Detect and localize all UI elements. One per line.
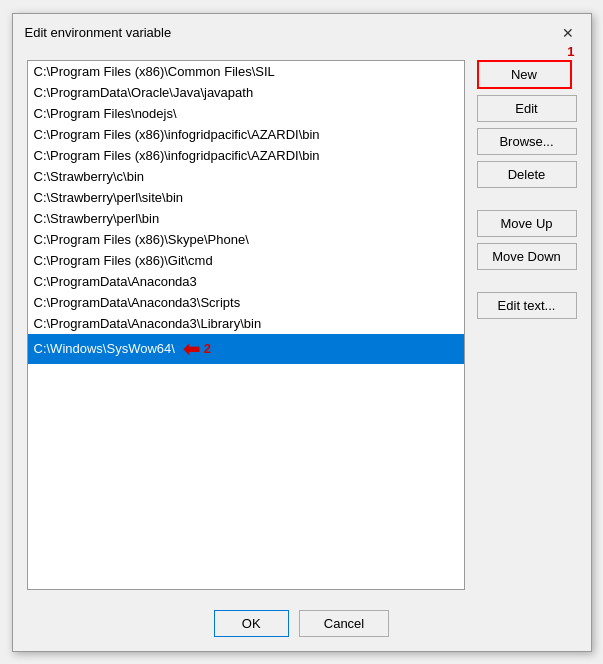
- title-bar: Edit environment variable ✕: [13, 14, 591, 50]
- list-item[interactable]: C:\Program Files (x86)\infogridpacific\A…: [28, 124, 464, 145]
- edit-text-button[interactable]: Edit text...: [477, 292, 577, 319]
- list-item-text: C:\Windows\SysWow64\: [34, 341, 175, 356]
- list-item[interactable]: C:\Strawberry\perl\site\bin: [28, 187, 464, 208]
- dialog-body: C:\Program Files (x86)\Common Files\SILC…: [13, 50, 591, 600]
- list-item[interactable]: C:\Program Files (x86)\Common Files\SIL: [28, 61, 464, 82]
- browse-button[interactable]: Browse...: [477, 128, 577, 155]
- spacer: [477, 194, 577, 204]
- action-buttons: 1 New Edit Browse... Delete Move Up Move…: [477, 60, 577, 590]
- close-button[interactable]: ✕: [557, 22, 579, 44]
- edit-env-var-dialog: Edit environment variable ✕ C:\Program F…: [12, 13, 592, 652]
- list-item[interactable]: C:\Program Files (x86)\Git\cmd: [28, 250, 464, 271]
- cancel-button[interactable]: Cancel: [299, 610, 389, 637]
- list-item[interactable]: C:\ProgramData\Anaconda3\Scripts: [28, 292, 464, 313]
- dialog-title: Edit environment variable: [25, 25, 172, 40]
- list-item[interactable]: C:\ProgramData\Anaconda3\Library\bin: [28, 313, 464, 334]
- dialog-footer: OK Cancel: [13, 600, 591, 651]
- list-item[interactable]: C:\ProgramData\Anaconda3: [28, 271, 464, 292]
- edit-button[interactable]: Edit: [477, 95, 577, 122]
- list-item[interactable]: C:\Program Files\nodejs\: [28, 103, 464, 124]
- list-item[interactable]: C:\Strawberry\c\bin: [28, 166, 464, 187]
- ok-button[interactable]: OK: [214, 610, 289, 637]
- annotation-1: 1: [567, 44, 574, 59]
- annotation-2: 2: [204, 341, 211, 356]
- move-up-button[interactable]: Move Up: [477, 210, 577, 237]
- list-item[interactable]: C:\Windows\SysWow64\⬅2: [28, 334, 464, 364]
- new-button[interactable]: New: [477, 60, 572, 89]
- delete-button[interactable]: Delete: [477, 161, 577, 188]
- list-item[interactable]: C:\Program Files (x86)\infogridpacific\A…: [28, 145, 464, 166]
- spacer2: [477, 276, 577, 286]
- list-item[interactable]: C:\Strawberry\perl\bin: [28, 208, 464, 229]
- env-var-list[interactable]: C:\Program Files (x86)\Common Files\SILC…: [27, 60, 465, 590]
- move-down-button[interactable]: Move Down: [477, 243, 577, 270]
- list-item[interactable]: C:\ProgramData\Oracle\Java\javapath: [28, 82, 464, 103]
- list-item[interactable]: C:\Program Files (x86)\Skype\Phone\: [28, 229, 464, 250]
- annotation-arrow: ⬅: [183, 337, 200, 361]
